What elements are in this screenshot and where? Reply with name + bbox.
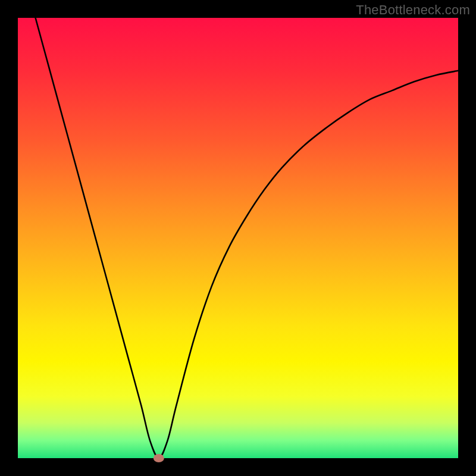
optimal-point-marker: [154, 454, 164, 462]
chart-container: TheBottleneck.com: [0, 0, 476, 476]
watermark-text: TheBottleneck.com: [356, 2, 470, 18]
plot-background: [18, 18, 458, 458]
chart-svg: [0, 0, 476, 476]
